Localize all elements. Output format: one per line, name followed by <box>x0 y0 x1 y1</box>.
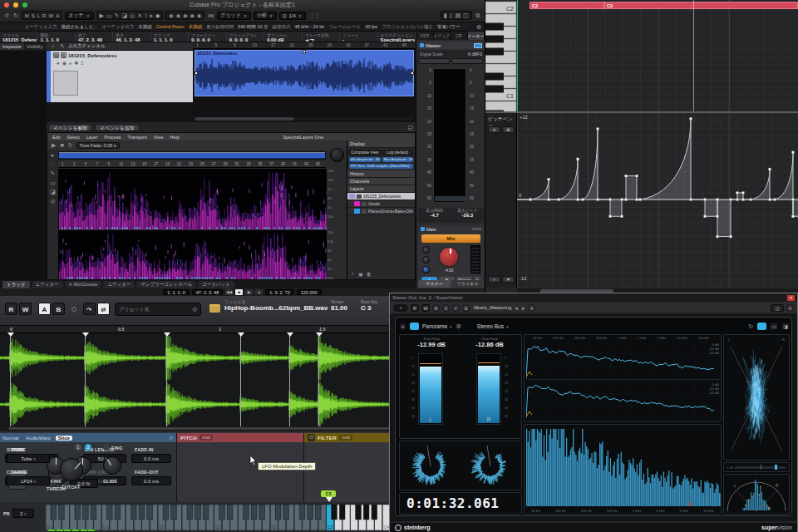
track-state-R[interactable]: R <box>42 13 47 18</box>
scale-mode-dropdown[interactable]: Log (default) <box>382 150 414 155</box>
module-a-toggle[interactable] <box>410 323 419 330</box>
preset-prev-icon[interactable]: ◂ <box>514 304 519 312</box>
sv-copy-icon[interactable]: ⧉ <box>462 304 470 312</box>
snap-icon[interactable]: ⋈ <box>207 12 214 19</box>
quantize-dropdown[interactable]: Q1/4▼ <box>279 12 306 20</box>
info-column-3[interactable]: 長さ46. 1. 2. 48 <box>113 32 150 42</box>
lfo2-badge[interactable]: 2 <box>85 444 91 451</box>
meter-settings-chip[interactable] <box>474 43 482 48</box>
min-amplitude-field[interactable]: Min Amplitude: -90 dB <box>349 157 381 162</box>
preset-field[interactable]: プリセット名 ◇ <box>115 303 201 316</box>
meter-mode-button-a[interactable] <box>418 58 450 64</box>
slice-handle-icon[interactable] <box>238 332 244 337</box>
hold-toggle[interactable] <box>757 323 766 330</box>
zone-tab-4[interactable]: サンプラーコントロール <box>136 281 196 288</box>
slice-handle-icon[interactable] <box>82 332 89 337</box>
module-gear-icon[interactable]: ⚙ <box>456 323 462 330</box>
locator-right-value[interactable]: 47. 2. 3. 48 <box>192 289 224 295</box>
mix-button[interactable]: Mix <box>421 234 480 243</box>
sv-compare-icon[interactable]: ◐ <box>452 304 460 312</box>
track-state-L[interactable]: L <box>37 13 41 18</box>
slice-handle-icon[interactable] <box>164 332 170 337</box>
sv-read-button[interactable]: R <box>411 304 419 312</box>
grid-dropdown[interactable]: グリッド▼ <box>217 12 251 20</box>
info-column-7[interactable]: ボリューム0.00 dB <box>264 32 302 42</box>
layer-visibility-icon[interactable] <box>362 202 367 206</box>
sample-waveform-display[interactable] <box>0 333 399 431</box>
sampler-keyboard[interactable]: C-2C-1C0C1C2C3C4 <box>46 505 391 530</box>
module-power-icon[interactable]: ⊘ <box>399 323 406 330</box>
envelope-mode-icon[interactable]: ↷ <box>83 303 96 315</box>
composite-view-button[interactable]: Composite View <box>349 150 381 155</box>
track-state-buttons[interactable]: MSLRWA <box>22 11 62 20</box>
layer-visibility-icon[interactable] <box>362 209 367 214</box>
polar-scope-module[interactable] <box>399 441 522 490</box>
slice-handle-icon[interactable] <box>316 332 323 337</box>
status-gear-icon[interactable]: ⚙ <box>475 23 482 31</box>
locator-left-value[interactable]: 1. 1. 1. 0 <box>163 289 189 295</box>
marker-buttons[interactable]: ◈◈◈◈◈ <box>165 11 204 20</box>
slice-marker[interactable] <box>289 333 290 426</box>
record-button[interactable]: ● <box>255 289 263 295</box>
tab-audiowarp[interactable]: AudioWarp <box>23 436 52 441</box>
tab-master[interactable]: マスター <box>418 280 451 288</box>
spectrogram-top[interactable] <box>58 169 326 229</box>
balance-module[interactable]: L+R <box>723 462 790 472</box>
sl-zoom-icon[interactable]: ◎ <box>50 198 55 204</box>
track-state-S[interactable]: S <box>31 13 36 18</box>
info-column-10[interactable]: エクステンションSpectralLayers <box>378 32 416 42</box>
audio-track-row[interactable]: M S 181215_Defenceless ●◉e✱≡ <box>47 51 193 102</box>
tempo-block[interactable]: Tempo 81.00 <box>331 299 356 321</box>
zone-tab-0[interactable]: トラック <box>2 281 30 288</box>
sample-scrollbar[interactable] <box>8 427 391 430</box>
grid-type-dropdown[interactable]: 小節▼ <box>254 12 277 20</box>
layers-section-header[interactable]: Layers <box>347 185 415 193</box>
record-enable-icon[interactable]: ● <box>57 61 60 66</box>
slice-marker[interactable] <box>166 333 167 426</box>
add-layer-icon[interactable]: ＋ <box>350 270 355 278</box>
midi-note[interactable]: C2 <box>604 2 798 9</box>
close-icon[interactable]: ✕ <box>787 295 795 301</box>
sl-select-icon[interactable]: ◌ <box>51 161 54 167</box>
fullscreen-icon[interactable]: ◨ <box>781 323 790 330</box>
info-column-9[interactable]: ミュート- <box>340 32 377 42</box>
automation-icon[interactable]: ≡ <box>81 61 84 66</box>
slice-marker[interactable] <box>10 333 11 426</box>
root-key-flag[interactable]: C3 <box>321 490 336 497</box>
lowerzone-expand-icon[interactable]: ◱ <box>406 124 414 131</box>
track-state-A[interactable]: A <box>55 13 60 18</box>
tab-loudness[interactable]: ラウドネス <box>451 280 484 288</box>
module-selector[interactable]: Panorama▾ <box>422 323 452 329</box>
sl-stop-icon[interactable]: ■ <box>59 141 64 149</box>
add-track-icon[interactable]: ＋ <box>49 42 57 50</box>
stop-button[interactable]: ■ <box>235 289 243 295</box>
spectrogram-bottom[interactable] <box>58 230 326 278</box>
track-state-W[interactable]: W <box>47 13 54 18</box>
track-list-header[interactable]: ＋ ✎ 入出力チャンネル <box>47 42 193 51</box>
tab-inspector[interactable]: Inspector <box>0 43 24 50</box>
sl-menu-edit[interactable]: Edit <box>52 135 60 140</box>
preset-menu-icon[interactable]: ▾ <box>528 304 535 312</box>
track-state-M[interactable]: M <box>24 13 30 18</box>
event-handle-left[interactable] <box>195 71 198 75</box>
write-automation-button[interactable]: W <box>19 303 32 315</box>
sl-menu-process[interactable]: Process <box>105 135 121 140</box>
sl-eraser-icon[interactable]: ◪ <box>50 189 56 195</box>
note-display[interactable]: C2 C2 <box>517 0 798 111</box>
tab-media[interactable]: メディア <box>434 32 451 40</box>
pitchbend-lane[interactable]: +12 0 -12 <box>517 113 798 288</box>
read-automation-button[interactable]: R <box>5 303 17 315</box>
sl-timeline-ruler[interactable]: 1357911131517192123252729313335373941434… <box>58 161 326 168</box>
slice-handle-icon[interactable] <box>287 332 293 337</box>
filter-power-icon[interactable]: ⏻ <box>308 434 315 441</box>
rewind-button[interactable]: ◀◀ <box>225 289 233 295</box>
sl-play-icon[interactable]: ▶ <box>51 141 57 149</box>
reset-icon[interactable]: ↻ <box>747 323 754 330</box>
sample-ruler[interactable]: 00.511.5 <box>0 326 399 333</box>
sl-cursor-icon[interactable]: ▸ <box>52 152 55 158</box>
pitch-mod-chip[interactable]: mod <box>200 435 213 441</box>
fade-in-field[interactable]: 0.0 ms <box>131 454 171 463</box>
play-button[interactable]: ▶ <box>245 289 253 295</box>
filter-icon[interactable]: ✎ <box>59 42 66 50</box>
sv-menu-icon[interactable]: ≡ <box>442 304 450 312</box>
